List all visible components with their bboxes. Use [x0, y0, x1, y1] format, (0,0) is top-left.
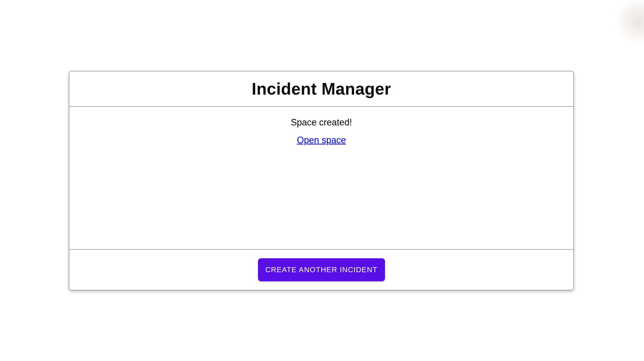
incident-manager-card: Incident Manager Space created! Open spa… — [69, 71, 574, 290]
corner-blob-decoration — [615, 0, 644, 46]
space-created-status: Space created! — [69, 116, 573, 129]
card-header: Incident Manager — [69, 71, 573, 107]
page-title: Incident Manager — [252, 79, 391, 98]
open-space-link[interactable]: Open space — [297, 134, 346, 147]
card-footer: CREATE ANOTHER INCIDENT — [69, 250, 573, 290]
card-body: Space created! Open space — [69, 107, 573, 250]
create-another-incident-button[interactable]: CREATE ANOTHER INCIDENT — [258, 258, 385, 281]
page-background: Incident Manager Space created! Open spa… — [0, 0, 644, 361]
